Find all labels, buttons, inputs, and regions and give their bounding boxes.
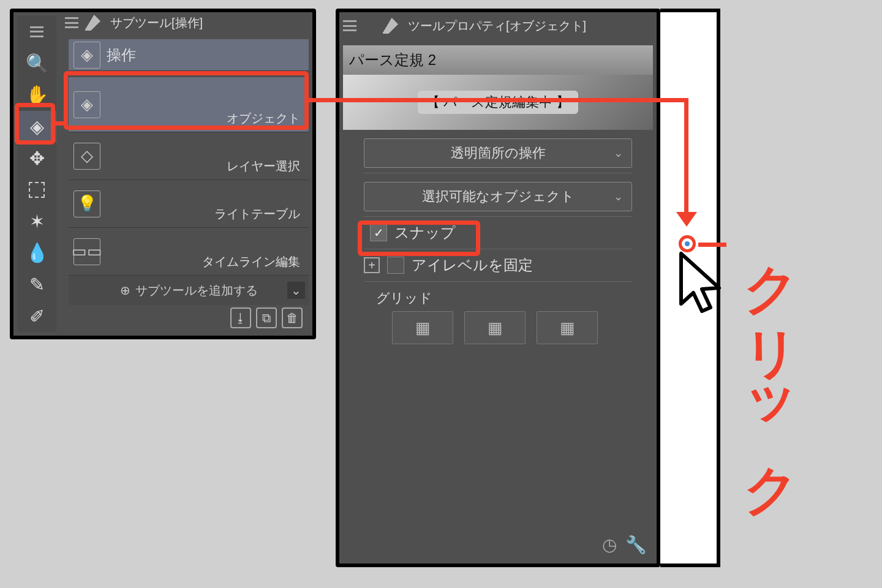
property-titlebar: ツールプロパティ[オブジェクト]	[339, 12, 657, 39]
subtool-group-header[interactable]: ◈ 操作	[69, 39, 309, 71]
arrow-down-icon	[676, 212, 697, 227]
duplicate-icon[interactable]: ⧉	[256, 307, 277, 328]
panel-menu-icon[interactable]	[65, 17, 78, 28]
expand-icon[interactable]: +	[364, 257, 380, 273]
chevron-down-icon: ⌄	[287, 282, 305, 299]
subtool-label: レイヤー選択	[227, 158, 300, 175]
property-footer: ◷ 🔧	[602, 535, 647, 555]
connector-3	[684, 98, 688, 214]
snap-label: スナップ	[394, 223, 456, 243]
transparent-op-dropdown[interactable]: 透明箇所の操作 ⌄	[364, 138, 632, 168]
connector-2	[309, 98, 688, 102]
eyelevel-checkbox[interactable]	[387, 257, 404, 274]
brush-gear-icon	[380, 17, 404, 35]
grid-label: グリッド	[376, 289, 632, 307]
bulb-icon: 💡	[74, 190, 100, 217]
subtool-item-lighttable[interactable]: 💡 ライトテーブル	[69, 180, 309, 228]
add-label: サブツールを追加する	[135, 282, 258, 299]
panel-menu-icon[interactable]	[343, 20, 356, 31]
connector-4	[698, 243, 726, 247]
wrench-icon[interactable]: 🔧	[625, 535, 647, 555]
grid-yz-button[interactable]: ▦	[464, 311, 526, 344]
subtool-add-row[interactable]: ⊕ サブツールを追加する ⌄	[69, 276, 309, 305]
connector-1	[55, 121, 64, 126]
subtool-label: オブジェクト	[227, 110, 300, 127]
subtool-item-object[interactable]: ◈ オブジェクト	[69, 77, 309, 132]
ruler-name[interactable]: パース定規 2	[343, 45, 653, 75]
subtool-item-layer[interactable]: ◇ レイヤー選択	[69, 132, 309, 180]
snap-checkbox[interactable]: ✓	[370, 224, 387, 241]
grid-xy-button[interactable]: ▦	[392, 311, 453, 344]
cursor-icon	[674, 250, 729, 323]
import-icon[interactable]: ⭳	[230, 307, 251, 328]
editing-chip: 【 パース定規編集中 】	[418, 91, 578, 114]
hand-icon[interactable]: ✋	[17, 79, 56, 111]
marquee-icon[interactable]	[17, 174, 56, 206]
selectable-object-dropdown[interactable]: 選択可能なオブジェクト ⌄	[364, 182, 632, 211]
group-label: 操作	[107, 45, 136, 65]
grid-buttons: ▦ ▦ ▦	[392, 311, 632, 344]
menu-icon[interactable]	[17, 16, 56, 48]
reset-icon[interactable]: ◷	[602, 535, 617, 555]
move-icon[interactable]: ✥	[17, 142, 56, 174]
tool-strip: 🔍 ✋ ◈ ✥ ✶ 💧 ✎ ✐	[17, 16, 56, 332]
eyelevel-label: アイレベルを固定	[412, 255, 533, 275]
cube-cursor-icon: ◈	[74, 91, 100, 118]
property-body: パース定規 2 【 パース定規編集中 】 透明箇所の操作 ⌄ 選択可能なオブジェ…	[343, 45, 653, 560]
wand-icon[interactable]: ✶	[17, 206, 56, 238]
subtool-label: ライトテーブル	[214, 206, 300, 222]
object-tool-icon[interactable]: ◈	[17, 111, 56, 143]
eyelevel-row: + アイレベルを固定	[364, 255, 632, 275]
subtool-title: サブツール[操作]	[110, 15, 203, 31]
timeline-icon: ▭▭	[74, 238, 100, 265]
subtool-item-timeline[interactable]: ▭▭ タイムライン編集	[69, 228, 309, 276]
trash-icon[interactable]: 🗑	[282, 307, 303, 328]
subtool-panel: 🔍 ✋ ◈ ✥ ✶ 💧 ✎ ✐ サブツール[操作] ◈ 操作 ◈ オブジェクト …	[10, 9, 316, 339]
ruler-preview: 【 パース定規編集中 】	[343, 75, 653, 130]
snap-row: ✓ スナップ	[370, 223, 632, 243]
property-title: ツールプロパティ[オブジェクト]	[408, 18, 586, 34]
plus-circle-icon: ⊕	[120, 283, 130, 298]
layer-cursor-icon: ◇	[74, 143, 100, 170]
chevron-down-icon: ⌄	[614, 190, 623, 203]
magnifier-icon[interactable]: 🔍	[17, 48, 56, 80]
grid-xz-button[interactable]: ▦	[537, 311, 598, 344]
chevron-down-icon: ⌄	[614, 146, 623, 160]
pen-icon[interactable]: ✎	[17, 269, 56, 301]
cube-icon: ◈	[74, 42, 100, 69]
property-panel: ツールプロパティ[オブジェクト] パース定規 2 【 パース定規編集中 】 透明…	[336, 9, 660, 567]
pencil-icon[interactable]: ✐	[17, 300, 56, 332]
subtool-footer: ⭳ ⧉ 🗑	[69, 304, 309, 332]
brush-icon	[82, 13, 107, 32]
click-annotation: クリック	[735, 227, 808, 494]
subtool-titlebar: サブツール[操作]	[61, 12, 312, 33]
subtool-label: タイムライン編集	[202, 254, 300, 270]
eyedropper-icon[interactable]: 💧	[17, 237, 56, 269]
